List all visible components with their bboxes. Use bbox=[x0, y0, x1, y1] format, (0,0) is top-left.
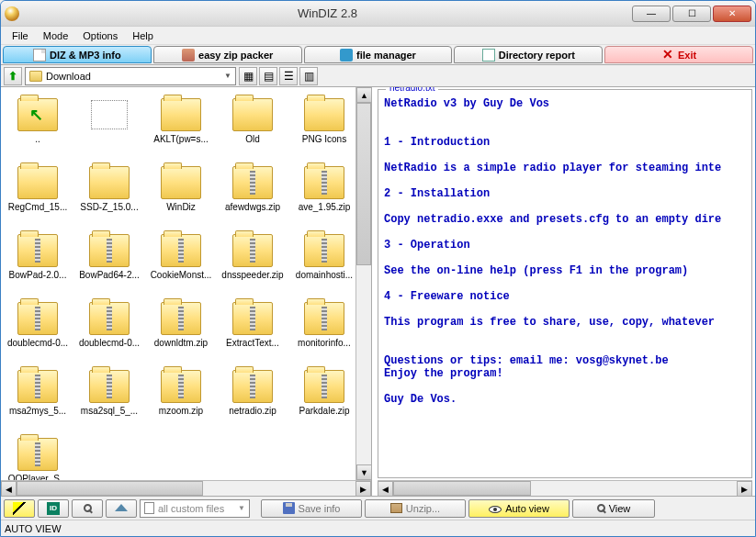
nav-up-button[interactable]: ⬆ bbox=[4, 67, 22, 85]
autoview-label: Auto view bbox=[505, 503, 549, 514]
file-item[interactable]: RegCmd_15... bbox=[3, 162, 73, 229]
file-item[interactable]: domainhosti... bbox=[289, 230, 355, 296]
wand-button[interactable] bbox=[4, 499, 35, 518]
tab-directory-report[interactable]: Directory report bbox=[454, 46, 603, 63]
file-item[interactable]: ave_1.95.zip bbox=[289, 162, 355, 229]
file-item[interactable]: BowPad-2.0... bbox=[3, 230, 73, 296]
zip-folder-icon bbox=[232, 302, 273, 335]
tab-fm-label: file manager bbox=[356, 50, 416, 61]
zip-folder-icon bbox=[161, 370, 201, 403]
file-label: afewdwgs.zip bbox=[225, 202, 280, 212]
viewer-scroll-right[interactable]: ▶ bbox=[737, 481, 752, 496]
file-item[interactable]: monitorinfo... bbox=[289, 298, 355, 364]
file-item[interactable]: msa2sql_5_... bbox=[74, 366, 144, 432]
file-item[interactable]: Old bbox=[218, 95, 288, 161]
menu-help[interactable]: Help bbox=[125, 28, 161, 43]
file-item[interactable]: AKLT(pw=s... bbox=[146, 95, 216, 161]
file-label: BowPad64-2... bbox=[79, 270, 140, 280]
tab-zip-packer[interactable]: easy zip packer bbox=[153, 46, 302, 63]
file-label: doublecmd-0... bbox=[7, 338, 68, 348]
close-button[interactable]: ✕ bbox=[713, 6, 751, 22]
file-grid[interactable]: ..AKLT(pw=s...OldPNG IconsRegCmd_15...SS… bbox=[1, 87, 355, 480]
menu-options[interactable]: Options bbox=[75, 28, 125, 43]
hscroll-thumb[interactable] bbox=[17, 481, 203, 496]
view-large-icons-button[interactable]: ▦ bbox=[239, 67, 257, 85]
file-item[interactable]: downldtm.zip bbox=[146, 298, 216, 364]
tab-diz-mp3[interactable]: DIZ & MP3 info bbox=[3, 46, 152, 63]
filter-combobox[interactable]: all custom files ▼ bbox=[140, 499, 250, 518]
auto-view-button[interactable]: Auto view bbox=[468, 499, 570, 518]
filter-text: all custom files bbox=[158, 503, 224, 514]
file-item[interactable]: QQPlayer_S... bbox=[3, 434, 73, 480]
file-label: ave_1.95.zip bbox=[299, 202, 351, 212]
file-item[interactable]: doublecmd-0... bbox=[3, 298, 73, 364]
file-item[interactable]: .. bbox=[3, 95, 73, 161]
scroll-down-arrow[interactable]: ▼ bbox=[356, 464, 371, 480]
vertical-scrollbar[interactable]: ▲ ▼ bbox=[355, 87, 371, 480]
file-item[interactable]: Parkdale.zip bbox=[289, 366, 355, 432]
minimize-button[interactable]: — bbox=[632, 6, 671, 22]
zip-folder-icon bbox=[232, 166, 273, 199]
file-item[interactable]: PNG Icons bbox=[289, 95, 355, 161]
menu-file[interactable]: File bbox=[5, 28, 36, 43]
file-item[interactable]: afewdwgs.zip bbox=[218, 162, 288, 229]
search-button[interactable] bbox=[72, 499, 103, 518]
file-item[interactable]: mzoom.zip bbox=[146, 366, 216, 432]
unzip-button[interactable]: Unzip... bbox=[365, 499, 466, 518]
content-area: ..AKLT(pw=s...OldPNG IconsRegCmd_15...SS… bbox=[1, 87, 755, 496]
wand-icon bbox=[13, 502, 26, 515]
view-details-button[interactable]: ▥ bbox=[299, 67, 318, 85]
file-item[interactable]: ExtractText... bbox=[218, 298, 288, 364]
zip-folder-icon bbox=[17, 438, 58, 471]
file-item[interactable]: WinDiz bbox=[146, 162, 216, 229]
zip-folder-icon bbox=[232, 370, 273, 403]
zip-folder-icon bbox=[89, 302, 130, 335]
scroll-left-arrow[interactable]: ◀ bbox=[1, 481, 17, 496]
menu-mode[interactable]: Mode bbox=[36, 28, 76, 43]
window-title: WinDIZ 2.8 bbox=[23, 6, 632, 20]
file-item[interactable]: CookieMonst... bbox=[146, 230, 216, 296]
status-text: AUTO VIEW bbox=[5, 523, 62, 534]
scroll-up-arrow[interactable]: ▲ bbox=[356, 87, 371, 103]
file-item[interactable]: netradio.zip bbox=[218, 366, 288, 432]
view-list-button[interactable]: ☰ bbox=[279, 67, 298, 85]
zip-folder-icon bbox=[17, 234, 58, 267]
file-item[interactable]: SSD-Z_15.0... bbox=[74, 162, 144, 229]
up-folder-icon bbox=[17, 98, 58, 131]
vscroll-thumb[interactable] bbox=[356, 103, 371, 265]
disk-icon bbox=[283, 502, 295, 514]
tab-exit[interactable]: ✕Exit bbox=[604, 46, 753, 63]
zip-folder-icon bbox=[304, 302, 344, 335]
file-label: .. bbox=[35, 134, 40, 144]
horizontal-scrollbar[interactable]: ◀ ▶ bbox=[1, 480, 371, 496]
viewer-filename: netradio.txt bbox=[386, 87, 438, 93]
file-item[interactable]: msa2mys_5... bbox=[3, 366, 73, 432]
folder-icon bbox=[161, 166, 201, 199]
id-button[interactable]: ID bbox=[38, 499, 69, 518]
folder-icon bbox=[29, 71, 42, 82]
view-small-icons-button[interactable]: ▤ bbox=[259, 67, 277, 85]
file-label: AKLT(pw=s... bbox=[153, 134, 209, 144]
home-button[interactable] bbox=[106, 499, 137, 518]
unzip-label: Unzip... bbox=[406, 503, 440, 514]
scroll-right-arrow[interactable]: ▶ bbox=[355, 481, 371, 496]
maximize-button[interactable]: ☐ bbox=[672, 6, 711, 22]
viewer-content[interactable]: NetRadio v3 by Guy De Vos 1 - Introducti… bbox=[378, 90, 751, 477]
viewer-scrollbar[interactable]: ◀ ▶ bbox=[378, 480, 752, 496]
viewer-scroll-thumb[interactable] bbox=[393, 481, 531, 496]
view-button[interactable]: View bbox=[572, 499, 655, 518]
box-icon bbox=[390, 503, 402, 513]
file-item[interactable]: doublecmd-0... bbox=[74, 298, 144, 364]
file-item[interactable]: dnsspeeder.zip bbox=[218, 230, 288, 296]
file-item[interactable]: BowPad64-2... bbox=[74, 230, 144, 296]
tab-diz-label: DIZ & MP3 info bbox=[50, 50, 121, 61]
path-combobox[interactable]: Download ▼ bbox=[25, 67, 236, 85]
folder-icon bbox=[17, 166, 58, 199]
text-viewer: netradio.txt NetRadio v3 by Guy De Vos 1… bbox=[378, 89, 752, 478]
folder-icon bbox=[161, 98, 201, 131]
viewer-scroll-left[interactable]: ◀ bbox=[378, 481, 393, 496]
tab-file-manager[interactable]: file manager bbox=[304, 46, 453, 63]
file-item[interactable] bbox=[74, 95, 144, 161]
titlebar[interactable]: WinDIZ 2.8 — ☐ ✕ bbox=[1, 1, 755, 27]
save-info-button[interactable]: Save info bbox=[261, 499, 362, 518]
